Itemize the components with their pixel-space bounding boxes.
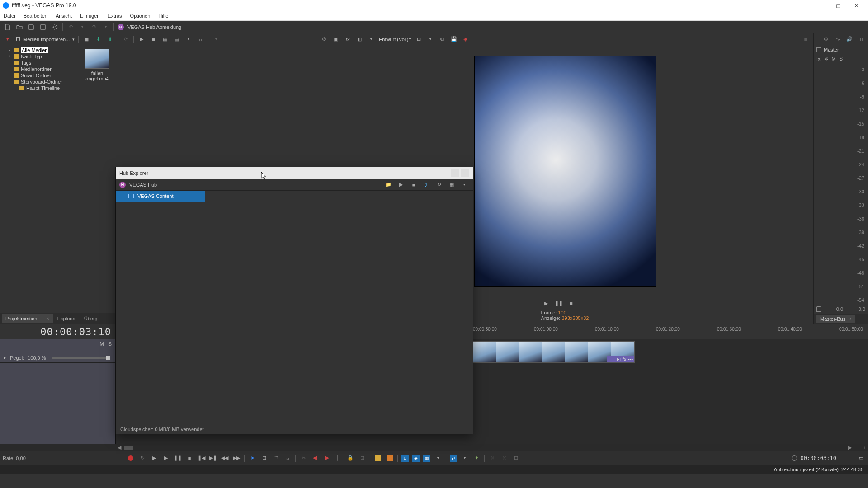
hub-folder-icon[interactable]: 📁 xyxy=(384,181,392,189)
step-fwd-button[interactable]: ▶▶ xyxy=(232,454,241,462)
hub-tree-vegas-content[interactable]: VEGAS Content xyxy=(116,191,205,202)
menu-file[interactable]: Datei xyxy=(3,12,16,19)
master-mixer-icon[interactable]: ⎍ xyxy=(857,35,865,43)
menu-edit[interactable]: Bearbeiten xyxy=(23,12,48,19)
play-button[interactable]: ▶ xyxy=(162,454,170,462)
hub-stop-icon[interactable]: ■ xyxy=(410,181,418,189)
track-mute-button[interactable]: M xyxy=(99,341,104,347)
group-button[interactable]: ⊡ xyxy=(358,454,366,462)
close-button[interactable]: ✕ xyxy=(847,0,865,11)
preview-menu-icon[interactable]: ≡ xyxy=(802,35,810,43)
timecode-main[interactable]: 00:00:03:10 xyxy=(0,324,116,339)
media-upload-icon[interactable]: ⬆ xyxy=(106,35,114,43)
zoom-tool[interactable]: ⬚ xyxy=(272,454,280,462)
preview-external-icon[interactable]: ▣ xyxy=(332,35,340,43)
preview-fx-icon[interactable]: fx xyxy=(344,35,352,43)
scroll-right-icon[interactable]: ▶ xyxy=(846,445,854,450)
media-play-icon[interactable]: ▶ xyxy=(137,35,146,43)
clip-fx-tail[interactable]: ⊡fx ••• xyxy=(607,356,634,362)
preview-stop-icon[interactable]: ■ xyxy=(567,299,576,307)
cut-button[interactable]: ✂ xyxy=(299,454,307,462)
layout-button[interactable]: ▭ xyxy=(857,454,865,462)
trim-start-button[interactable]: ⯇ xyxy=(311,454,319,462)
fx-automation-button[interactable]: ✦ xyxy=(472,454,481,462)
snap-grid-button[interactable]: ◉ xyxy=(412,455,420,462)
tree-media-folder[interactable]: Medienordner xyxy=(1,66,80,72)
redo-dropdown-icon[interactable]: ▾ xyxy=(102,23,110,31)
normal-edit-tool[interactable]: ➤ xyxy=(248,454,256,462)
timeline-clip[interactable]: ⊡fx ••• xyxy=(473,341,635,363)
tree-by-type[interactable]: +Nach Typ xyxy=(1,53,80,60)
preview-settings-icon[interactable]: ⚙ xyxy=(320,35,328,43)
split-button[interactable]: ⎮⎮ xyxy=(335,454,343,462)
menu-view[interactable]: Ansicht xyxy=(55,12,73,19)
track-solo-button[interactable]: S xyxy=(108,341,112,347)
preview-split-icon[interactable]: ◧ xyxy=(355,35,363,43)
preview-record-icon[interactable]: ◉ xyxy=(462,35,470,43)
ripple-caret-icon[interactable]: ▾ xyxy=(461,454,469,462)
preview-snapshot-icon[interactable]: 💾 xyxy=(450,35,458,43)
tab-transitions[interactable]: Überg xyxy=(80,314,101,323)
media-search-icon[interactable]: ⌕ xyxy=(196,35,204,43)
hub-view-caret-icon[interactable]: ▾ xyxy=(460,181,468,189)
undo-dropdown-icon[interactable]: ▾ xyxy=(78,23,86,31)
pin-icon[interactable] xyxy=(40,317,43,320)
preview-more-icon[interactable]: ⋯ xyxy=(580,299,588,307)
lock-icon[interactable] xyxy=(816,306,821,312)
preview-pause-icon[interactable]: ❚❚ xyxy=(555,299,563,307)
media-capture-icon[interactable]: ▣ xyxy=(82,35,90,43)
go-start-button[interactable]: ❚◀ xyxy=(197,454,205,462)
auto-ripple-button[interactable]: ⇄ xyxy=(450,455,457,462)
track-expand-icon[interactable]: ▸ xyxy=(4,355,6,361)
master-fx-button[interactable]: fx xyxy=(816,56,821,61)
close-tab-icon[interactable]: × xyxy=(848,316,851,322)
media-options-icon[interactable]: ▾ xyxy=(4,35,12,43)
hub-close-button[interactable] xyxy=(461,169,469,177)
preview-copy-icon[interactable]: ⧉ xyxy=(438,35,446,43)
render-icon[interactable] xyxy=(39,23,47,31)
quantize-button[interactable]: ⊟ xyxy=(512,454,520,462)
hub-dock-button[interactable] xyxy=(451,169,459,177)
hub-refresh-icon[interactable]: ↻ xyxy=(435,181,443,189)
record-button[interactable] xyxy=(127,454,135,462)
media-get-icon[interactable]: ⬇ xyxy=(94,35,102,43)
marker-button[interactable] xyxy=(374,454,382,462)
autocross-button[interactable]: ⤬ xyxy=(500,454,508,462)
preview-overlay-icon[interactable]: ⊞ xyxy=(415,35,423,43)
maximize-button[interactable]: ▢ xyxy=(829,0,847,11)
trim-end-button[interactable]: ⯈ xyxy=(323,454,331,462)
hub-autoplay-icon[interactable]: ⤴ xyxy=(422,181,430,189)
pause-button[interactable]: ❚❚ xyxy=(174,454,182,462)
selection-tool[interactable]: ⊞ xyxy=(260,454,268,462)
snap-options-button[interactable]: ▦ xyxy=(423,455,430,462)
new-file-icon[interactable] xyxy=(4,23,12,31)
master-settings-icon[interactable]: ⚙ xyxy=(822,35,830,43)
master-insert-button[interactable]: ✲ xyxy=(824,56,828,62)
zoom-out-icon[interactable]: − xyxy=(854,445,861,450)
tab-project-media[interactable]: Projektmedien× xyxy=(2,314,53,323)
snap-u-button[interactable]: U xyxy=(401,455,409,462)
crossfade-button[interactable]: ⤫ xyxy=(488,454,496,462)
tree-smart-folder[interactable]: Smart-Ordner xyxy=(1,72,80,79)
track-header-video1[interactable]: M S ▸ Pegel: 100,0 % xyxy=(0,339,115,363)
preview-overlay-caret-icon[interactable]: ▾ xyxy=(426,35,434,43)
hub-view-icon[interactable]: ▦ xyxy=(448,181,456,189)
media-refresh-icon[interactable]: ⟳ xyxy=(122,35,130,43)
settings-icon[interactable] xyxy=(51,23,59,31)
redo-icon[interactable]: ↷ xyxy=(90,23,98,31)
rate-slider-handle[interactable] xyxy=(88,455,92,461)
media-import-dropdown[interactable]: 🎞 Medien importieren... ▾ xyxy=(15,37,75,42)
menu-insert[interactable]: Einfügen xyxy=(79,12,100,19)
open-file-icon[interactable] xyxy=(15,23,24,31)
master-checkbox-icon[interactable] xyxy=(816,47,821,52)
hub-play-icon[interactable]: ▶ xyxy=(397,181,405,189)
tab-explorer[interactable]: Explorer xyxy=(54,314,80,323)
menu-help[interactable]: Hilfe xyxy=(157,12,169,19)
menu-extras[interactable]: Extras xyxy=(107,12,123,19)
region-button[interactable] xyxy=(386,454,394,462)
undo-icon[interactable]: ↶ xyxy=(66,23,75,31)
hub-title-bar[interactable]: Hub Explorer xyxy=(116,167,473,179)
hub-badge-icon[interactable]: H xyxy=(118,24,124,30)
tab-master-bus[interactable]: Master-Bus× xyxy=(816,315,855,323)
master-output-icon[interactable]: 🔊 xyxy=(845,35,854,43)
